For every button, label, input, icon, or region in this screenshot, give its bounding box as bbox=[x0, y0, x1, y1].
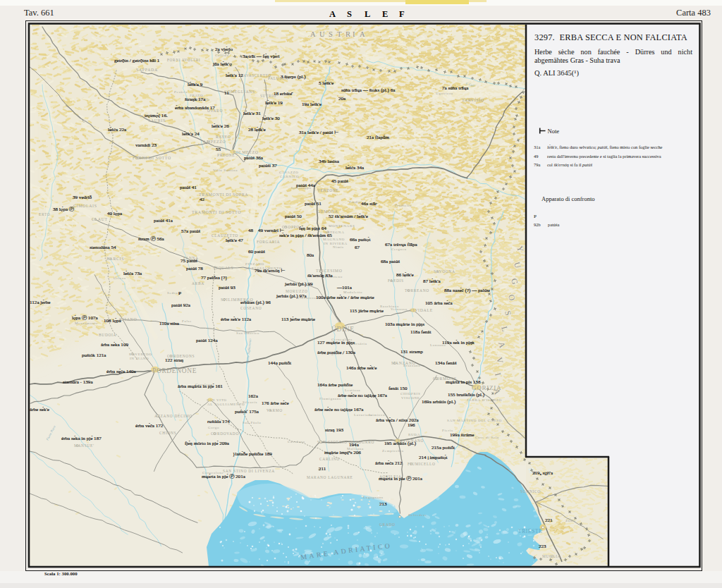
svg-text:7a súha trāųa: 7a súha trāųa bbox=[442, 85, 469, 91]
svg-text:SAN VITO: SAN VITO bbox=[207, 398, 227, 402]
svg-text:Pesàris: Pesàris bbox=[174, 90, 188, 94]
svg-text:patúś 41: patúś 41 bbox=[180, 185, 197, 190]
svg-text:L: L bbox=[365, 9, 370, 19]
svg-text:213: 213 bbox=[379, 501, 387, 507]
svg-text:trǫtmǫ́ḉ 16.: trǫtmǫ́ḉ 16. bbox=[145, 113, 168, 118]
svg-text:BUDOIA: BUDOIA bbox=[99, 333, 116, 337]
svg-text:ARBA: ARBA bbox=[192, 281, 204, 286]
svg-text:18 erbátе̄: 18 erbátе̄ bbox=[274, 91, 293, 97]
svg-text:31a: 31a bbox=[534, 145, 540, 149]
svg-text:árba mųárta in pjе́ 161: árba mųárta in pjе́ 161 bbox=[178, 384, 223, 389]
svg-text:lẹ́śk'e 47: lẹ́śk'e 47 bbox=[226, 238, 243, 243]
svg-text:Zempicchia: Zempicchia bbox=[382, 449, 404, 453]
svg-text:VARMO: VARMO bbox=[267, 408, 283, 412]
svg-text:TRAMONTI DI SOPRA: TRAMONTI DI SOPRA bbox=[199, 192, 248, 197]
svg-text:RAVEO: RAVEO bbox=[216, 135, 231, 139]
svg-text:Lavariano: Lavariano bbox=[354, 413, 373, 417]
svg-text:118a fenát: 118a fenát bbox=[410, 329, 432, 335]
svg-text:57a patúś: 57a patúś bbox=[181, 228, 200, 234]
svg-text:PREONE: PREONE bbox=[217, 153, 235, 157]
svg-text:112a jе́rbe: 112a jе́rbe bbox=[30, 300, 50, 305]
svg-text:Grizzo: Grizzo bbox=[114, 276, 126, 280]
svg-text:patúś 92a: patúś 92a bbox=[171, 302, 191, 308]
svg-text:súha trāųa — štoks (pl.) 6a: súha trāųa — štoks (pl.) 6a bbox=[341, 87, 396, 93]
svg-text:fjе́ŋ mórto in pjе́ 209a: fjе́ŋ mórto in pjе́ 209a bbox=[185, 441, 230, 446]
svg-text:TRAMONTI DI SOTTO: TRAMONTI DI SOTTO bbox=[192, 210, 241, 214]
svg-text:FAEDIS: FAEDIS bbox=[388, 278, 404, 283]
svg-text:A: A bbox=[360, 30, 365, 38]
svg-text:Modoletto: Modoletto bbox=[343, 290, 362, 294]
svg-text:214 | impuśtọ́t: 214 | impuśtọ́t bbox=[419, 455, 447, 460]
svg-text:CORDOVADO: CORDOVADO bbox=[211, 431, 239, 436]
svg-text:erbátes (pl.) 96: erbátes (pl.) 96 bbox=[240, 300, 271, 305]
svg-text:31a lе́śk'e / patúś ⊢: 31a lе́śk'e / patúś ⊢ bbox=[299, 130, 338, 135]
svg-text:110a stísa: 110a stísa bbox=[159, 321, 180, 326]
svg-text:MARANO LAGUNARE: MARANO LAGUNARE bbox=[307, 475, 353, 479]
svg-text:—101a: —101a bbox=[336, 285, 353, 290]
svg-text:fenát 150: fenát 150 bbox=[388, 386, 408, 391]
svg-text:OSOPPO: OSOPPO bbox=[282, 225, 300, 229]
svg-text:CARLINO: CARLINO bbox=[319, 457, 340, 461]
svg-text:Pradielis: Pradielis bbox=[395, 204, 412, 207]
svg-text:árba sе́ċa 212: árba sе́ċa 212 bbox=[375, 460, 403, 466]
svg-text:puśtóť 175a: puśtóť 175a bbox=[235, 409, 259, 415]
svg-text:Lugugnana: Lugugnana bbox=[363, 496, 384, 499]
svg-text:87 lе́śk'a: 87 lе́śk'a bbox=[423, 278, 441, 284]
svg-text:érba vе́ča 172: érba vе́ča 172 bbox=[135, 423, 164, 429]
svg-text:lе́śk'e 26: lе́śk'e 26 bbox=[212, 123, 229, 129]
svg-text:lе́śk'a 12: lе́śk'a 12 bbox=[226, 73, 243, 78]
svg-text:patúś 44a: patúś 44a bbox=[296, 183, 316, 188]
svg-text:Pradis: Pradis bbox=[349, 200, 361, 204]
svg-text:CAVAZZO: CAVAZZO bbox=[279, 171, 299, 174]
svg-text:San Pàolo: San Pàolo bbox=[243, 421, 261, 424]
svg-text:I: I bbox=[353, 30, 355, 38]
svg-text:lẹ́śk'e 30: lẹ́śk'e 30 bbox=[262, 116, 280, 121]
svg-text:131 stramp: 131 stramp bbox=[400, 349, 423, 355]
svg-text:A: A bbox=[310, 30, 316, 38]
svg-text:11: 11 bbox=[224, 90, 229, 96]
svg-text:patúś 78: patúś 78 bbox=[186, 266, 203, 271]
svg-text:Belvedere: Belvedere bbox=[408, 513, 427, 517]
svg-text:108 lǫ́pa: 108 lǫ́pa bbox=[104, 318, 121, 324]
svg-text:T: T bbox=[337, 30, 342, 38]
svg-text:162a: 162a bbox=[248, 393, 259, 399]
svg-text:211: 211 bbox=[319, 466, 326, 472]
svg-text:68a patúś: 68a patúś bbox=[381, 259, 400, 264]
svg-text:92b: 92b bbox=[534, 222, 541, 227]
svg-text:Villa Santina: Villa Santina bbox=[213, 169, 238, 172]
svg-text:sе́k'e in pįŋs / śk'ernúm 65: sе́k'e in pįŋs / śk'ernúm 65 bbox=[279, 233, 332, 238]
svg-text:5 lẹ́śk'e: 5 lẹ́śk'e bbox=[319, 80, 334, 86]
svg-text:Nimis: Nimis bbox=[333, 245, 344, 249]
svg-text:F: F bbox=[399, 9, 405, 19]
svg-text:CHIOPRIS: CHIOPRIS bbox=[400, 392, 420, 396]
svg-text:46a stār: 46a stār bbox=[361, 201, 377, 207]
svg-text:érba sę́ċa 140a: érba sę́ċa 140a bbox=[106, 369, 137, 374]
svg-text:Gorgo: Gorgo bbox=[208, 426, 219, 429]
svg-text:patúś 93: patúś 93 bbox=[219, 285, 235, 290]
svg-text:RAVASCLETTO: RAVASCLETTO bbox=[240, 73, 271, 78]
svg-text:San Odorico: San Odorico bbox=[236, 331, 259, 335]
svg-text:Cеrgneu: Cеrgneu bbox=[391, 247, 407, 251]
svg-text:28 lẹ́śk'e: 28 lẹ́śk'e bbox=[248, 127, 266, 133]
svg-text:66a puśtọ́t: 66a puśtọ́t bbox=[350, 237, 370, 243]
svg-text:88a nasе́ć (?) — palúм: 88a nasе́ć (?) — palúм bbox=[444, 288, 490, 293]
svg-text:40 lǫ́pa: 40 lǫ́pa bbox=[107, 211, 123, 216]
svg-text:R: R bbox=[345, 30, 350, 38]
svg-text:varnádi 23: varnádi 23 bbox=[135, 142, 157, 148]
svg-text:219ₓ sțýl'a: 219ₓ sțýl'a bbox=[532, 470, 553, 476]
svg-text:SAN STINO DI LIVENZA: SAN STINO DI LIVENZA bbox=[223, 469, 275, 473]
svg-text:75 patúś: 75 patúś bbox=[180, 258, 197, 264]
svg-text:SAVOGNA: SAVOGNA bbox=[434, 269, 455, 274]
svg-text:árbe sе́k'e: árbe sе́k'e bbox=[30, 407, 49, 412]
svg-text:árbe-sе́ċe no tajáде 167a: árbe-sе́ċe no tajáде 167a bbox=[338, 393, 388, 398]
svg-text:AMPEZZO: AMPEZZO bbox=[203, 140, 226, 144]
svg-text:lẹ́śk'e 19: lẹ́śk'e 19 bbox=[265, 100, 283, 106]
svg-text:FARRA D'ISONZO: FARRA D'ISONZO bbox=[467, 398, 502, 402]
svg-text:lе́šk'e, fieno duro selvatico;: lе́šk'e, fieno duro selvatico; patúš, fi… bbox=[547, 145, 663, 149]
svg-text:VENZONE: VENZONE bbox=[317, 188, 338, 192]
svg-text:lе́śk'a 9: lе́śk'a 9 bbox=[188, 82, 203, 87]
svg-text:AVIANO: AVIANO bbox=[118, 317, 137, 321]
svg-text:SAN GIORGIO DI NOGARO: SAN GIORGIO DI NOGARO bbox=[317, 440, 374, 444]
svg-text:GORIZIA: GORIZIA bbox=[472, 384, 501, 391]
svg-text:CIVIDALE: CIVIDALE bbox=[410, 308, 433, 312]
